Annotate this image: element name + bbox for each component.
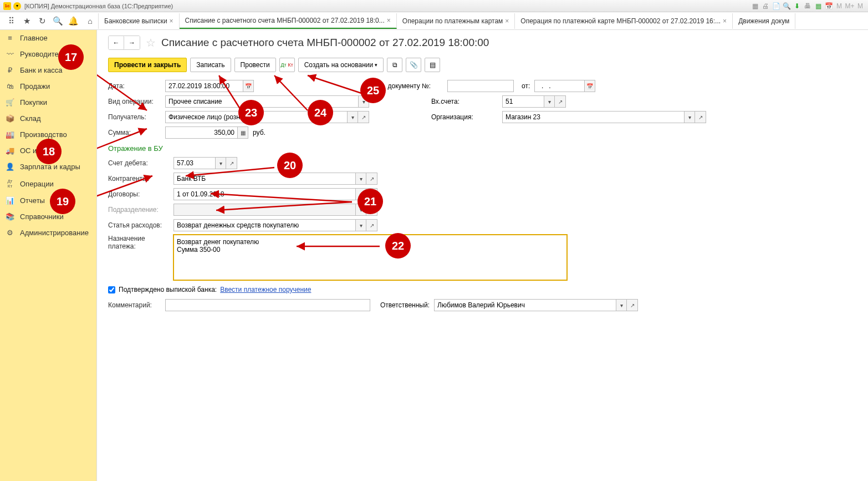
create-based-button[interactable]: Создать на основании ▾	[298, 58, 384, 72]
optype-input[interactable]	[165, 95, 358, 108]
titlebar-icon-doc[interactable]: 📄	[772, 2, 780, 11]
nav-back-button[interactable]: ←	[109, 36, 124, 49]
account-input[interactable]	[502, 95, 544, 108]
titlebar-icon-calc[interactable]: ▦	[814, 2, 823, 11]
sidebar-item-salary[interactable]: 👤Зарплата и кадры	[0, 159, 96, 175]
date-input[interactable]	[165, 80, 243, 92]
sidebar-item-main[interactable]: ≡Главное	[0, 30, 96, 46]
tab-2[interactable]: Операции по платежным картам×	[397, 13, 515, 29]
counterparty-input[interactable]	[173, 173, 355, 185]
attach-button[interactable]: 📎	[406, 58, 421, 72]
dropdown-icon[interactable]: ▾	[355, 188, 366, 200]
contract-input[interactable]	[173, 188, 355, 200]
star-icon[interactable]: ★	[20, 14, 33, 28]
sidebar-item-purchases[interactable]: 🛒Покупки	[0, 94, 96, 110]
close-icon[interactable]: ×	[723, 17, 727, 25]
dtkt-button[interactable]: ДтКт	[279, 58, 295, 72]
structure-button[interactable]: ⧉	[387, 58, 402, 72]
open-icon[interactable]: ↗	[695, 111, 706, 123]
expense-input[interactable]	[173, 219, 355, 231]
sidebar-item-manager[interactable]: 〰Руководителю	[0, 46, 96, 62]
window-titlebar: 1c ▾ [КОПИЯ] Демонстрационная база (1С:П…	[0, 0, 868, 12]
nav-forward-button[interactable]: →	[124, 36, 140, 49]
dropdown-icon[interactable]: ▾	[544, 95, 555, 108]
calendar-icon[interactable]: 📅	[243, 80, 254, 92]
sum-input[interactable]	[165, 126, 237, 139]
dtkt-icon: ДтКт	[6, 179, 14, 189]
sidebar-label: Продажи	[20, 82, 50, 90]
favorite-icon[interactable]: ☆	[146, 36, 156, 49]
search-icon[interactable]: 🔍	[51, 14, 64, 28]
open-icon[interactable]: ↗	[555, 95, 566, 108]
docnum-input[interactable]	[447, 80, 514, 92]
open-icon[interactable]: ↗	[366, 219, 377, 231]
dropdown-icon[interactable]: ▾	[684, 111, 695, 123]
contract-label: Договоры:	[108, 190, 169, 198]
open-icon[interactable]: ↗	[366, 173, 377, 185]
calc-icon[interactable]: ▦	[237, 126, 248, 139]
apps-icon[interactable]: ⠿	[4, 14, 18, 28]
tab-home[interactable]: ⌂	[82, 13, 99, 29]
titlebar-icon-print2[interactable]: 🖶	[803, 2, 812, 11]
bell-icon[interactable]: 🔔	[67, 14, 80, 28]
titlebar-icon-mminus[interactable]: М	[856, 2, 865, 11]
enter-payment-link[interactable]: Ввести платежное поручение	[220, 286, 311, 293]
sidebar-item-operations[interactable]: ДтКтОперации	[0, 175, 96, 193]
sidebar-item-assets[interactable]: 🚚ОС и НМА	[0, 143, 96, 159]
tab-3[interactable]: Операция по платежной карте МНБП-000002 …	[515, 13, 733, 29]
comment-input[interactable]	[165, 299, 370, 311]
bag-icon: 🛍	[6, 82, 14, 90]
confirmed-label: Подтверждено выпиской банка:	[119, 286, 217, 293]
open-icon[interactable]: ↗	[358, 111, 369, 123]
tab-label: Движения докум	[738, 17, 789, 25]
sidebar-item-admin[interactable]: ⚙Администрирование	[0, 225, 96, 241]
sidebar: ≡Главное 〰Руководителю ₽Банк и касса 🛍Пр…	[0, 30, 97, 481]
dropdown-icon[interactable]: ▾	[355, 173, 366, 185]
tab-0[interactable]: Банковские выписки×	[99, 13, 180, 29]
titlebar-dropdown-icon[interactable]: ▾	[13, 2, 21, 10]
confirmed-checkbox[interactable]	[108, 286, 115, 293]
docfrom-input[interactable]	[534, 80, 584, 92]
close-icon[interactable]: ×	[505, 17, 509, 25]
dropdown-icon[interactable]: ▾	[347, 111, 358, 123]
open-icon[interactable]: ↗	[366, 188, 377, 200]
sidebar-item-reports[interactable]: 📊Отчеты	[0, 193, 96, 209]
open-icon[interactable]: ↗	[226, 157, 237, 169]
calendar-icon[interactable]: 📅	[584, 80, 595, 92]
sidebar-item-catalogs[interactable]: 📚Справочники	[0, 209, 96, 225]
titlebar-icon-search[interactable]: 🔍	[782, 2, 791, 11]
titlebar-icon-down[interactable]: ⬇	[793, 2, 801, 11]
list-button[interactable]: ▤	[425, 58, 440, 72]
post-close-button[interactable]: Провести и закрыть	[108, 58, 187, 72]
save-button[interactable]: Записать	[190, 58, 231, 72]
dropdown-icon[interactable]: ▾	[616, 299, 627, 311]
org-input[interactable]	[502, 111, 684, 123]
titlebar-icon-mplus[interactable]: М+	[845, 2, 854, 11]
purpose-textarea[interactable]	[173, 235, 567, 280]
titlebar-icon-cal[interactable]: 📅	[824, 2, 833, 11]
comment-label: Комментарий:	[108, 301, 161, 309]
optype-label: Вид операции:	[108, 98, 161, 105]
row-comment: Комментарий: Ответственный: ▾ ↗	[108, 299, 857, 311]
sidebar-item-sales[interactable]: 🛍Продажи	[0, 78, 96, 94]
responsible-input[interactable]	[434, 299, 616, 311]
recipient-input[interactable]	[165, 111, 347, 123]
sidebar-item-bank[interactable]: ₽Банк и касса	[0, 62, 96, 78]
sidebar-item-warehouse[interactable]: 📦Склад	[0, 110, 96, 126]
history-icon[interactable]: ↻	[35, 14, 49, 28]
dropdown-icon[interactable]: ▾	[215, 157, 226, 169]
dropdown-icon[interactable]: ▾	[358, 95, 369, 108]
tab-4[interactable]: Движения докум	[733, 13, 795, 29]
titlebar-icon-m[interactable]: М	[835, 2, 844, 11]
tab-1[interactable]: Списание с расчетного счета МНБП-000002 …	[180, 13, 397, 29]
close-icon[interactable]: ×	[170, 17, 173, 25]
tab-label: Операции по платежным картам	[402, 17, 503, 25]
open-icon[interactable]: ↗	[627, 299, 638, 311]
close-icon[interactable]: ×	[387, 17, 391, 24]
titlebar-icon-print[interactable]: 🖨	[761, 2, 770, 11]
post-button[interactable]: Провести	[234, 58, 276, 72]
debit-input[interactable]	[173, 157, 215, 169]
dropdown-icon[interactable]: ▾	[355, 219, 366, 231]
sidebar-item-production[interactable]: 🏭Производство	[0, 126, 96, 143]
titlebar-icon-1[interactable]: ▦	[750, 2, 759, 11]
